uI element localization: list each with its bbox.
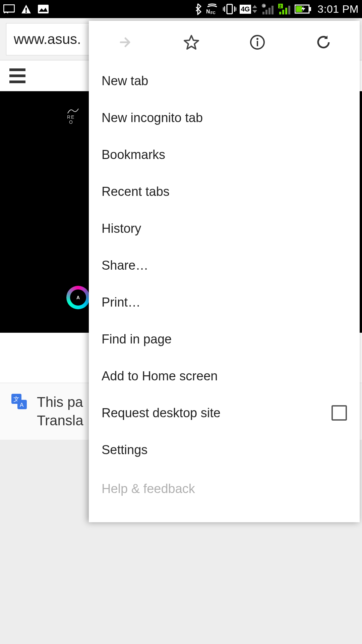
- svg-text:2: 2: [279, 4, 282, 9]
- svg-text:FC: FC: [210, 11, 216, 15]
- svg-rect-2: [25, 11, 27, 13]
- menu-new-tab[interactable]: New tab: [89, 62, 360, 99]
- cast-icon: [3, 4, 15, 14]
- reload-button[interactable]: [313, 32, 334, 52]
- svg-rect-1: [25, 8, 27, 11]
- 4g-icon: 4G: [240, 4, 258, 14]
- battery-charging-icon: [295, 4, 311, 14]
- svg-text:N: N: [206, 9, 210, 14]
- svg-rect-3: [38, 5, 49, 13]
- desktop-site-checkbox[interactable]: [331, 405, 347, 421]
- menu-share[interactable]: Share…: [89, 247, 360, 284]
- bluetooth-icon: [194, 3, 201, 15]
- menu-new-incognito-tab[interactable]: New incognito tab: [89, 99, 360, 136]
- svg-rect-24: [309, 7, 311, 11]
- menu-help-feedback[interactable]: Help & feedback: [89, 470, 360, 507]
- chrome-overflow-menu: New tab New incognito tab Bookmarks Rece…: [89, 21, 360, 522]
- svg-rect-25: [296, 6, 302, 12]
- menu-bookmarks[interactable]: Bookmarks: [89, 136, 360, 173]
- svg-rect-6: [227, 4, 232, 14]
- svg-rect-14: [265, 10, 267, 14]
- status-bar: NFC 4G ✕ 2 3:01 PM: [0, 0, 362, 18]
- nfc-icon: NFC: [205, 3, 220, 15]
- menu-recent-tabs[interactable]: Recent tabs: [89, 173, 360, 210]
- svg-rect-0: [4, 5, 14, 12]
- svg-text:✕: ✕: [263, 4, 265, 8]
- menu-request-desktop-site[interactable]: Request desktop site: [89, 394, 360, 431]
- page-info-button[interactable]: [247, 32, 267, 52]
- svg-rect-16: [272, 6, 274, 14]
- translate-text-line1: This pa: [37, 393, 83, 412]
- menu-settings[interactable]: Settings: [89, 431, 360, 468]
- aura-sync-badge: A: [66, 286, 90, 309]
- svg-point-31: [256, 38, 258, 40]
- svg-rect-21: [285, 8, 287, 14]
- svg-rect-15: [268, 8, 270, 14]
- svg-rect-13: [262, 12, 264, 14]
- bookmark-star-button[interactable]: [181, 32, 201, 52]
- translate-icon: 文A: [11, 393, 27, 413]
- menu-add-to-home-screen[interactable]: Add to Home screen: [89, 358, 360, 394]
- site-menu-icon[interactable]: [9, 68, 25, 83]
- svg-rect-22: [288, 6, 290, 14]
- menu-print[interactable]: Print…: [89, 284, 360, 321]
- status-clock: 3:01 PM: [315, 3, 359, 15]
- svg-rect-32: [257, 41, 258, 46]
- warning-icon: [21, 4, 32, 14]
- menu-history[interactable]: History: [89, 210, 360, 247]
- svg-text:A: A: [20, 402, 24, 408]
- vibrate-icon: [223, 3, 236, 15]
- image-icon: [38, 4, 49, 14]
- forward-button[interactable]: [115, 32, 135, 52]
- translate-text-line2: Transla: [37, 412, 83, 430]
- rog-logo: RE O: [67, 107, 79, 125]
- signal-sim1-icon: ✕: [261, 4, 275, 14]
- svg-rect-19: [279, 12, 281, 14]
- svg-rect-20: [282, 10, 284, 14]
- menu-find-in-page[interactable]: Find in page: [89, 321, 360, 358]
- signal-sim2-icon: 2: [278, 4, 291, 14]
